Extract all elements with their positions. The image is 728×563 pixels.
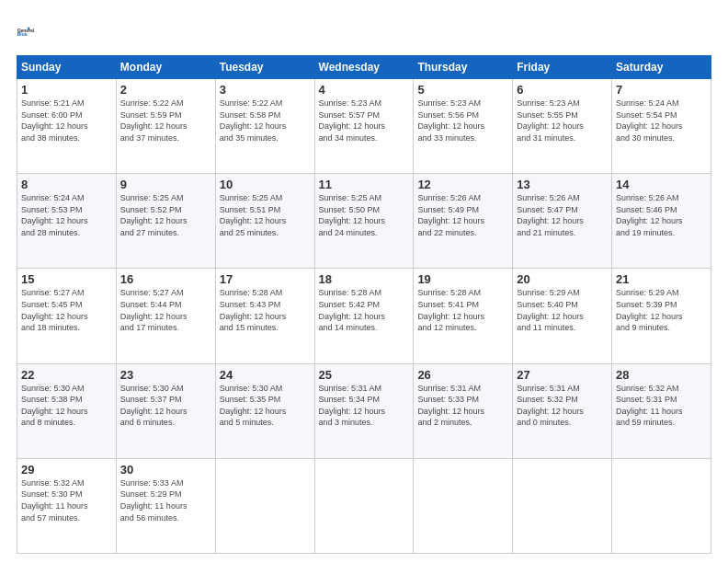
day-number: 19 bbox=[417, 272, 508, 286]
day-number: 30 bbox=[120, 463, 211, 477]
day-cell: 23Sunrise: 5:30 AM Sunset: 5:37 PM Dayli… bbox=[116, 363, 215, 458]
day-number: 3 bbox=[220, 83, 311, 97]
week-row-5: 29Sunrise: 5:32 AM Sunset: 5:30 PM Dayli… bbox=[17, 458, 711, 553]
day-info: Sunrise: 5:26 AM Sunset: 5:46 PM Dayligh… bbox=[616, 192, 707, 238]
day-info: Sunrise: 5:32 AM Sunset: 5:31 PM Dayligh… bbox=[616, 383, 707, 429]
day-number: 20 bbox=[517, 272, 608, 286]
day-info: Sunrise: 5:32 AM Sunset: 5:30 PM Dayligh… bbox=[21, 477, 112, 523]
day-cell: 3Sunrise: 5:22 AM Sunset: 5:58 PM Daylig… bbox=[215, 79, 314, 174]
day-cell bbox=[314, 458, 414, 553]
day-cell: 21Sunrise: 5:29 AM Sunset: 5:39 PM Dayli… bbox=[612, 269, 711, 363]
day-cell: 27Sunrise: 5:31 AM Sunset: 5:32 PM Dayli… bbox=[513, 363, 612, 458]
day-number: 4 bbox=[319, 83, 410, 97]
day-cell: 6Sunrise: 5:23 AM Sunset: 5:55 PM Daylig… bbox=[513, 79, 612, 174]
day-info: Sunrise: 5:24 AM Sunset: 5:54 PM Dayligh… bbox=[616, 98, 707, 144]
day-info: Sunrise: 5:25 AM Sunset: 5:50 PM Dayligh… bbox=[319, 192, 410, 238]
day-number: 9 bbox=[120, 178, 211, 191]
day-info: Sunrise: 5:26 AM Sunset: 5:47 PM Dayligh… bbox=[517, 192, 608, 238]
day-cell: 13Sunrise: 5:26 AM Sunset: 5:47 PM Dayli… bbox=[513, 174, 612, 269]
day-cell: 12Sunrise: 5:26 AM Sunset: 5:49 PM Dayli… bbox=[414, 174, 513, 269]
day-info: Sunrise: 5:25 AM Sunset: 5:51 PM Dayligh… bbox=[220, 192, 311, 238]
day-cell: 7Sunrise: 5:24 AM Sunset: 5:54 PM Daylig… bbox=[612, 79, 711, 174]
day-cell: 8Sunrise: 5:24 AM Sunset: 5:53 PM Daylig… bbox=[17, 174, 117, 269]
day-number: 24 bbox=[220, 368, 311, 382]
weekday-sunday: Sunday bbox=[17, 56, 117, 79]
day-cell: 25Sunrise: 5:31 AM Sunset: 5:34 PM Dayli… bbox=[314, 363, 414, 458]
day-cell: 5Sunrise: 5:23 AM Sunset: 5:56 PM Daylig… bbox=[414, 79, 513, 174]
day-cell bbox=[513, 458, 612, 553]
day-cell: 10Sunrise: 5:25 AM Sunset: 5:51 PM Dayli… bbox=[215, 174, 314, 269]
day-number: 10 bbox=[220, 178, 311, 191]
day-info: Sunrise: 5:31 AM Sunset: 5:33 PM Dayligh… bbox=[417, 383, 508, 429]
day-info: Sunrise: 5:33 AM Sunset: 5:29 PM Dayligh… bbox=[120, 477, 211, 523]
day-cell: 18Sunrise: 5:28 AM Sunset: 5:42 PM Dayli… bbox=[314, 269, 414, 363]
day-cell: 30Sunrise: 5:33 AM Sunset: 5:29 PM Dayli… bbox=[116, 458, 215, 553]
day-number: 27 bbox=[517, 368, 608, 382]
day-cell: 19Sunrise: 5:28 AM Sunset: 5:41 PM Dayli… bbox=[414, 269, 513, 363]
day-cell: 11Sunrise: 5:25 AM Sunset: 5:50 PM Dayli… bbox=[314, 174, 414, 269]
day-number: 12 bbox=[417, 178, 508, 191]
day-cell: 16Sunrise: 5:27 AM Sunset: 5:44 PM Dayli… bbox=[116, 269, 215, 363]
calendar-table: SundayMondayTuesdayWednesdayThursdayFrid… bbox=[17, 55, 711, 554]
week-row-4: 22Sunrise: 5:30 AM Sunset: 5:38 PM Dayli… bbox=[17, 363, 711, 458]
day-info: Sunrise: 5:28 AM Sunset: 5:41 PM Dayligh… bbox=[417, 287, 508, 333]
day-number: 8 bbox=[21, 178, 112, 191]
day-cell: 29Sunrise: 5:32 AM Sunset: 5:30 PM Dayli… bbox=[17, 458, 117, 553]
day-number: 23 bbox=[120, 368, 211, 382]
weekday-saturday: Saturday bbox=[612, 56, 711, 79]
day-cell: 14Sunrise: 5:26 AM Sunset: 5:46 PM Dayli… bbox=[612, 174, 711, 269]
day-info: Sunrise: 5:28 AM Sunset: 5:42 PM Dayligh… bbox=[319, 287, 410, 333]
day-number: 6 bbox=[517, 83, 608, 97]
logo-icon: General Blue bbox=[17, 17, 46, 46]
day-cell: 4Sunrise: 5:23 AM Sunset: 5:57 PM Daylig… bbox=[314, 79, 414, 174]
day-cell: 17Sunrise: 5:28 AM Sunset: 5:43 PM Dayli… bbox=[215, 269, 314, 363]
day-number: 15 bbox=[21, 272, 112, 286]
day-number: 11 bbox=[319, 178, 410, 191]
logo: General Blue bbox=[17, 17, 46, 46]
day-info: Sunrise: 5:24 AM Sunset: 5:53 PM Dayligh… bbox=[21, 192, 112, 238]
day-number: 17 bbox=[220, 272, 311, 286]
svg-text:General: General bbox=[17, 29, 35, 33]
day-info: Sunrise: 5:26 AM Sunset: 5:49 PM Dayligh… bbox=[417, 192, 508, 238]
day-number: 29 bbox=[21, 463, 112, 477]
day-info: Sunrise: 5:25 AM Sunset: 5:52 PM Dayligh… bbox=[120, 192, 211, 238]
page: General Blue SundayMondayTuesdayWednesda… bbox=[0, 0, 728, 563]
day-cell bbox=[414, 458, 513, 553]
day-cell: 2Sunrise: 5:22 AM Sunset: 5:59 PM Daylig… bbox=[116, 79, 215, 174]
day-info: Sunrise: 5:23 AM Sunset: 5:56 PM Dayligh… bbox=[417, 98, 508, 144]
svg-text:Blue: Blue bbox=[17, 32, 28, 37]
day-number: 22 bbox=[21, 368, 112, 382]
day-info: Sunrise: 5:31 AM Sunset: 5:34 PM Dayligh… bbox=[319, 383, 410, 429]
weekday-header-row: SundayMondayTuesdayWednesdayThursdayFrid… bbox=[17, 56, 711, 79]
week-row-1: 1Sunrise: 5:21 AM Sunset: 6:00 PM Daylig… bbox=[17, 79, 711, 174]
day-info: Sunrise: 5:22 AM Sunset: 5:58 PM Dayligh… bbox=[220, 98, 311, 144]
day-number: 25 bbox=[319, 368, 410, 382]
day-number: 14 bbox=[616, 178, 707, 191]
day-cell: 24Sunrise: 5:30 AM Sunset: 5:35 PM Dayli… bbox=[215, 363, 314, 458]
day-number: 18 bbox=[319, 272, 410, 286]
day-cell bbox=[215, 458, 314, 553]
day-info: Sunrise: 5:31 AM Sunset: 5:32 PM Dayligh… bbox=[517, 383, 608, 429]
day-number: 28 bbox=[616, 368, 707, 382]
day-cell: 1Sunrise: 5:21 AM Sunset: 6:00 PM Daylig… bbox=[17, 79, 117, 174]
weekday-wednesday: Wednesday bbox=[314, 56, 414, 79]
weekday-monday: Monday bbox=[116, 56, 215, 79]
day-info: Sunrise: 5:30 AM Sunset: 5:37 PM Dayligh… bbox=[120, 383, 211, 429]
day-number: 5 bbox=[417, 83, 508, 97]
day-cell: 26Sunrise: 5:31 AM Sunset: 5:33 PM Dayli… bbox=[414, 363, 513, 458]
day-info: Sunrise: 5:30 AM Sunset: 5:38 PM Dayligh… bbox=[21, 383, 112, 429]
week-row-2: 8Sunrise: 5:24 AM Sunset: 5:53 PM Daylig… bbox=[17, 174, 711, 269]
day-info: Sunrise: 5:21 AM Sunset: 6:00 PM Dayligh… bbox=[21, 98, 112, 144]
day-cell bbox=[612, 458, 711, 553]
week-row-3: 15Sunrise: 5:27 AM Sunset: 5:45 PM Dayli… bbox=[17, 269, 711, 363]
day-info: Sunrise: 5:29 AM Sunset: 5:39 PM Dayligh… bbox=[616, 287, 707, 333]
day-info: Sunrise: 5:23 AM Sunset: 5:57 PM Dayligh… bbox=[319, 98, 410, 144]
weekday-friday: Friday bbox=[513, 56, 612, 79]
day-info: Sunrise: 5:29 AM Sunset: 5:40 PM Dayligh… bbox=[517, 287, 608, 333]
day-cell: 20Sunrise: 5:29 AM Sunset: 5:40 PM Dayli… bbox=[513, 269, 612, 363]
day-info: Sunrise: 5:28 AM Sunset: 5:43 PM Dayligh… bbox=[220, 287, 311, 333]
header: General Blue bbox=[17, 17, 711, 46]
day-number: 13 bbox=[517, 178, 608, 191]
day-number: 21 bbox=[616, 272, 707, 286]
day-cell: 9Sunrise: 5:25 AM Sunset: 5:52 PM Daylig… bbox=[116, 174, 215, 269]
